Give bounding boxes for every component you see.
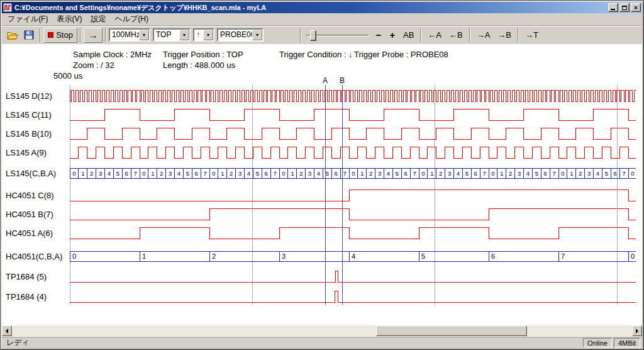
chevron-down-icon[interactable]: ▼	[179, 30, 189, 40]
menu-settings[interactable]: 設定	[86, 13, 110, 26]
horizontal-scrollbar[interactable]	[2, 325, 642, 336]
run-arrow-icon: →	[89, 30, 98, 40]
sample-clock-info: Sample Clock : 2MHz	[73, 50, 152, 59]
titlebar: C:¥Documents and Settings¥noname¥デスクトップ¥…	[2, 2, 642, 13]
trigger-position-value: TOP	[154, 30, 179, 40]
next-a-button[interactable]: →A	[473, 28, 494, 43]
trigger-edge-value: ↑	[194, 30, 203, 40]
scroll-left-button[interactable]	[2, 325, 12, 336]
waveform-view[interactable]	[2, 44, 642, 325]
trigger-probe-value: PROBE00	[218, 30, 252, 40]
toolbar-separator	[105, 28, 106, 42]
sample-clock-value: 100MHz	[110, 30, 139, 40]
arrow-right-icon	[636, 329, 638, 334]
menu-help[interactable]: ヘルプ(H)	[110, 13, 153, 26]
stop-icon	[48, 32, 53, 38]
open-folder-icon	[7, 31, 18, 40]
prev-b-button[interactable]: ←B	[445, 28, 467, 43]
sample-clock-select[interactable]: 100MHz ▼	[109, 28, 150, 42]
close-button[interactable]: ×	[631, 3, 641, 12]
statusbar: レディ Online 4MBit	[2, 336, 642, 348]
chevron-down-icon[interactable]: ▼	[203, 30, 213, 40]
chevron-down-icon[interactable]: ▼	[252, 30, 262, 40]
toolbar: Stop → 100MHz ▼ TOP ▼ ↑ ▼ PROBE00 ▼ − +	[2, 25, 642, 44]
next-b-button[interactable]: →B	[494, 28, 515, 43]
trigger-position-select[interactable]: TOP ▼	[153, 28, 191, 42]
app-icon	[3, 3, 12, 12]
stop-label: Stop	[56, 30, 73, 40]
ab-cursor-button[interactable]: AB	[399, 28, 418, 43]
menubar: ファイル(F) 表示(V) 設定 ヘルプ(H)	[2, 13, 642, 25]
scroll-right-button[interactable]	[632, 325, 642, 336]
toolbar-separator	[300, 28, 301, 42]
status-text: レディ	[4, 337, 581, 348]
toolbar-separator	[518, 28, 519, 42]
run-button[interactable]: →	[84, 28, 103, 43]
trigger-condition-info: Trigger Condition : ↓	[279, 50, 353, 59]
toolbar-separator	[469, 28, 470, 42]
app-window: C:¥Documents and Settings¥noname¥デスクトップ¥…	[0, 0, 644, 350]
length-info: Length : 488.000 us	[163, 60, 235, 70]
trigger-position-info: Trigger Position : TOP	[163, 50, 243, 59]
trigger-probe-info: Trigger Probe : PROBE08	[354, 50, 448, 59]
open-button[interactable]	[4, 28, 21, 43]
close-icon: ×	[634, 4, 638, 11]
zoom-in-button[interactable]: +	[386, 28, 399, 43]
stop-button[interactable]: Stop	[43, 28, 77, 43]
trigger-probe-select[interactable]: PROBE00 ▼	[217, 28, 264, 42]
zoom-out-button[interactable]: −	[372, 28, 386, 43]
status-online: Online	[583, 338, 612, 347]
floppy-disk-icon	[24, 30, 34, 40]
save-button[interactable]	[21, 28, 37, 43]
window-title: C:¥Documents and Settings¥noname¥デスクトップ¥…	[14, 3, 608, 13]
minimize-button[interactable]	[608, 3, 618, 12]
chevron-down-icon[interactable]: ▼	[139, 30, 149, 40]
menu-view[interactable]: 表示(V)	[52, 13, 86, 26]
toolbar-separator	[80, 28, 81, 42]
toolbar-separator	[420, 28, 421, 42]
maximize-icon	[622, 6, 627, 10]
zoom-slider-thumb[interactable]	[310, 30, 316, 40]
prev-a-button[interactable]: ←A	[424, 28, 445, 43]
minimize-icon	[611, 9, 615, 10]
trigger-edge-select[interactable]: ↑ ▼	[193, 28, 214, 42]
toolbar-separator	[40, 28, 41, 42]
status-memory: 4MBit	[614, 338, 640, 347]
arrow-left-icon	[6, 329, 8, 334]
hscroll-thumb[interactable]	[376, 325, 527, 336]
zoom-slider-track	[306, 35, 369, 37]
zoom-slider[interactable]	[306, 28, 369, 42]
zoom-info: Zoom : / 32	[73, 60, 114, 70]
goto-trigger-button[interactable]: →T	[521, 28, 542, 43]
maximize-button[interactable]	[619, 3, 630, 12]
menu-file[interactable]: ファイル(F)	[3, 13, 52, 26]
